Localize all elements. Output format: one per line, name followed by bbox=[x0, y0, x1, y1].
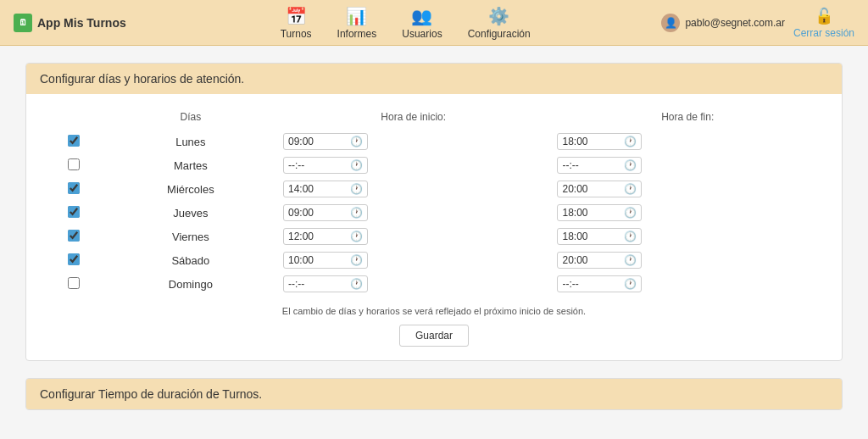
duration-card-header: Configurar Tiempo de duración de Turnos. bbox=[26, 379, 842, 409]
usuarios-icon: 👥 bbox=[411, 6, 432, 26]
start-time-cell: 🕐 bbox=[276, 130, 551, 153]
start-time-input[interactable] bbox=[288, 231, 339, 242]
start-time-cell: 🕐 bbox=[276, 177, 551, 201]
clock-icon: 🕐 bbox=[350, 136, 363, 147]
end-time-input[interactable] bbox=[562, 159, 613, 171]
start-time-input[interactable] bbox=[288, 159, 339, 171]
clock-icon: 🕐 bbox=[624, 136, 637, 147]
end-time-cell: 🕐 bbox=[550, 272, 825, 296]
guardar-button[interactable]: Guardar bbox=[399, 325, 469, 347]
clock-icon: 🕐 bbox=[350, 254, 363, 266]
end-time-cell: 🕐 bbox=[550, 201, 825, 225]
day-label: Martes bbox=[105, 153, 276, 177]
nav-configuracion-label: Configuración bbox=[468, 28, 531, 40]
end-time-input[interactable] bbox=[562, 183, 613, 195]
clock-icon: 🕐 bbox=[350, 278, 363, 290]
logout-icon: 🔓 bbox=[815, 7, 833, 25]
table-row: Viernes🕐🕐 bbox=[43, 225, 825, 248]
turnos-icon: 📅 bbox=[286, 6, 307, 26]
clock-icon: 🕐 bbox=[624, 231, 637, 242]
nav-configuracion[interactable]: ⚙️ Configuración bbox=[468, 6, 531, 40]
app-header: 🗓 App Mis Turnos 📅 Turnos 📊 Informes 👥 U… bbox=[0, 0, 868, 46]
end-time-input[interactable] bbox=[562, 207, 613, 219]
main-content: Configurar días y horarios de atención. … bbox=[0, 46, 868, 439]
start-time-input[interactable] bbox=[288, 278, 339, 290]
schedule-card-body: Días Hora de inicio: Hora de fin: Lunes🕐… bbox=[26, 94, 842, 360]
main-nav: 📅 Turnos 📊 Informes 👥 Usuarios ⚙️ Config… bbox=[149, 6, 661, 40]
avatar: 👤 bbox=[661, 14, 680, 32]
start-time-input[interactable] bbox=[288, 254, 339, 266]
end-time-cell: 🕐 bbox=[550, 248, 825, 272]
start-time-cell: 🕐 bbox=[276, 201, 551, 225]
end-time-cell: 🕐 bbox=[550, 225, 825, 248]
table-row: Jueves🕐🕐 bbox=[43, 201, 825, 225]
clock-icon: 🕐 bbox=[350, 231, 363, 242]
schedule-table: Días Hora de inicio: Hora de fin: Lunes🕐… bbox=[43, 108, 825, 296]
nav-informes-label: Informes bbox=[337, 28, 377, 40]
col-end-header: Hora de fin: bbox=[550, 108, 825, 130]
day-checkbox[interactable] bbox=[68, 253, 80, 265]
day-label: Viernes bbox=[105, 225, 276, 248]
start-time-cell: 🕐 bbox=[276, 225, 551, 248]
nav-turnos-label: Turnos bbox=[281, 28, 312, 40]
end-time-cell: 🕐 bbox=[550, 177, 825, 201]
app-logo: 🗓 App Mis Turnos bbox=[14, 14, 149, 32]
end-time-input[interactable] bbox=[562, 254, 613, 266]
schedule-card-header: Configurar días y horarios de atención. bbox=[26, 64, 842, 94]
day-checkbox[interactable] bbox=[68, 158, 80, 170]
schedule-title: Configurar días y horarios de atención. bbox=[40, 72, 244, 86]
duration-card: Configurar Tiempo de duración de Turnos. bbox=[25, 378, 843, 410]
schedule-note: El cambio de días y horarios se verá ref… bbox=[43, 306, 825, 316]
day-checkbox[interactable] bbox=[68, 182, 80, 194]
logo-icon: 🗓 bbox=[14, 14, 32, 32]
table-row: Martes🕐🕐 bbox=[43, 153, 825, 177]
start-time-cell: 🕐 bbox=[276, 272, 551, 296]
col-day-header: Días bbox=[105, 108, 276, 130]
start-time-cell: 🕐 bbox=[276, 248, 551, 272]
day-label: Domingo bbox=[105, 272, 276, 296]
user-email: pablo@segnet.com.ar bbox=[685, 17, 785, 29]
col-start-header: Hora de inicio: bbox=[276, 108, 551, 130]
end-time-cell: 🕐 bbox=[550, 130, 825, 153]
nav-usuarios-label: Usuarios bbox=[402, 28, 442, 40]
start-time-input[interactable] bbox=[288, 136, 339, 147]
informes-icon: 📊 bbox=[346, 6, 367, 26]
logout-label: Cerrar sesión bbox=[793, 27, 854, 39]
start-time-cell: 🕐 bbox=[276, 153, 551, 177]
end-time-input[interactable] bbox=[562, 136, 613, 147]
table-row: Miércoles🕐🕐 bbox=[43, 177, 825, 201]
start-time-input[interactable] bbox=[288, 207, 339, 219]
day-label: Jueves bbox=[105, 201, 276, 225]
clock-icon: 🕐 bbox=[624, 183, 637, 195]
schedule-card: Configurar días y horarios de atención. … bbox=[25, 63, 843, 361]
clock-icon: 🕐 bbox=[624, 254, 637, 266]
table-row: Sábado🕐🕐 bbox=[43, 248, 825, 272]
day-checkbox[interactable] bbox=[68, 135, 80, 147]
nav-informes[interactable]: 📊 Informes bbox=[337, 6, 377, 40]
clock-icon: 🕐 bbox=[624, 278, 637, 290]
day-label: Sábado bbox=[105, 248, 276, 272]
table-row: Domingo🕐🕐 bbox=[43, 272, 825, 296]
configuracion-icon: ⚙️ bbox=[488, 6, 509, 26]
clock-icon: 🕐 bbox=[350, 183, 363, 195]
day-label: Lunes bbox=[105, 130, 276, 153]
col-checkbox-header bbox=[43, 108, 105, 130]
logout-link[interactable]: 🔓 Cerrar sesión bbox=[793, 7, 854, 39]
clock-icon: 🕐 bbox=[624, 207, 637, 219]
day-label: Miércoles bbox=[105, 177, 276, 201]
duration-title: Configurar Tiempo de duración de Turnos. bbox=[40, 387, 262, 401]
day-checkbox[interactable] bbox=[68, 230, 80, 242]
user-info: 👤 pablo@segnet.com.ar bbox=[661, 14, 785, 32]
header-user-area: 👤 pablo@segnet.com.ar 🔓 Cerrar sesión bbox=[661, 7, 854, 39]
day-checkbox[interactable] bbox=[68, 206, 80, 218]
clock-icon: 🕐 bbox=[624, 159, 637, 171]
nav-turnos[interactable]: 📅 Turnos bbox=[281, 6, 312, 40]
nav-usuarios[interactable]: 👥 Usuarios bbox=[402, 6, 442, 40]
end-time-input[interactable] bbox=[562, 278, 613, 290]
end-time-cell: 🕐 bbox=[550, 153, 825, 177]
start-time-input[interactable] bbox=[288, 183, 339, 195]
clock-icon: 🕐 bbox=[350, 207, 363, 219]
clock-icon: 🕐 bbox=[350, 159, 363, 171]
day-checkbox[interactable] bbox=[68, 277, 80, 289]
end-time-input[interactable] bbox=[562, 231, 613, 242]
